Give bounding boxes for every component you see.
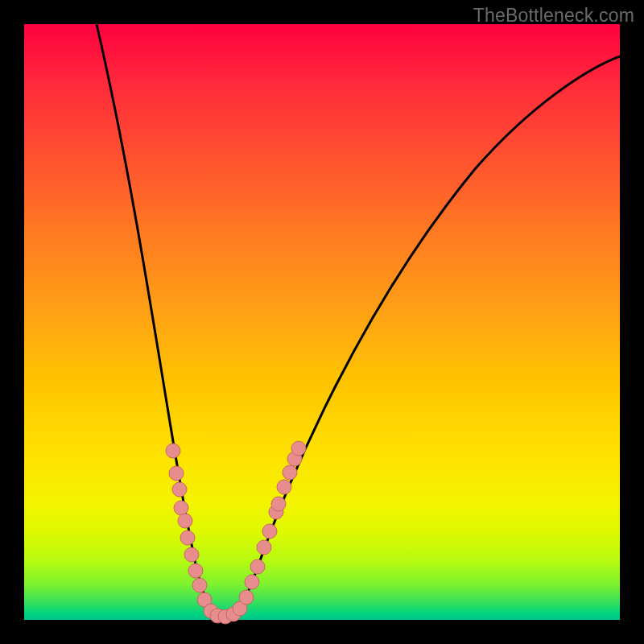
data-point	[277, 480, 291, 494]
data-point	[291, 441, 306, 456]
data-point	[174, 501, 188, 515]
data-point	[184, 547, 199, 562]
data-point	[245, 575, 259, 589]
data-point	[239, 590, 254, 605]
data-point	[257, 540, 271, 555]
plot-area	[24, 24, 620, 620]
data-point	[169, 466, 184, 481]
data-point	[172, 482, 187, 497]
data-point	[188, 564, 203, 578]
chart-frame: TheBottleneck.com	[0, 0, 644, 644]
data-point	[166, 444, 180, 458]
data-point	[192, 578, 207, 592]
data-point	[283, 465, 297, 480]
data-point	[250, 559, 265, 574]
curve-svg	[24, 24, 620, 620]
data-point	[180, 530, 195, 545]
data-point	[271, 497, 286, 511]
data-point	[178, 514, 192, 528]
highlight-dots	[166, 441, 306, 624]
bottleneck-curve	[97, 24, 620, 617]
watermark-text: TheBottleneck.com	[473, 5, 634, 27]
data-point	[262, 524, 277, 539]
